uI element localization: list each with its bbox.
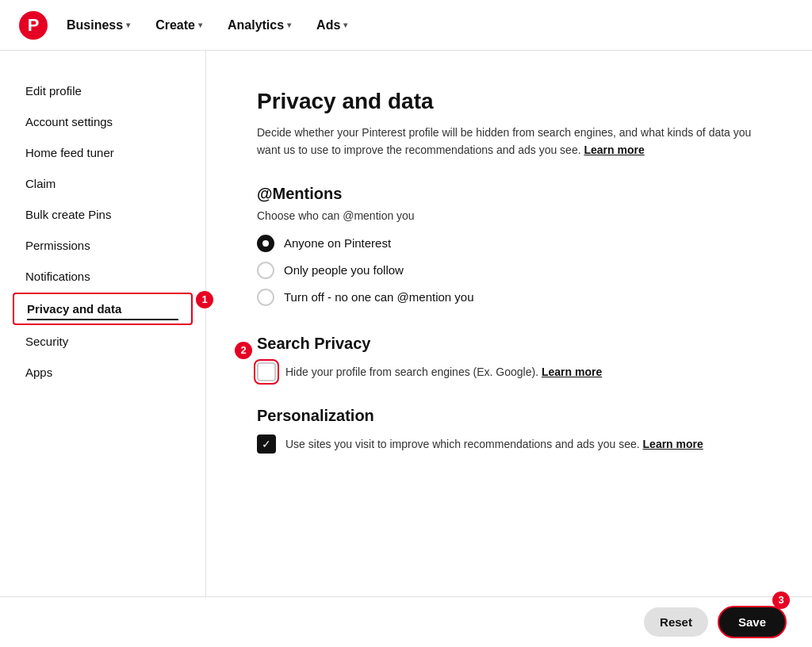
chevron-down-icon: ▾: [343, 21, 347, 29]
radio-label-anyone: Anyone on Pinterest: [284, 236, 391, 250]
navbar: P Business ▾ Create ▾ Analytics ▾ Ads ▾: [0, 0, 812, 51]
sidebar-item-apps[interactable]: Apps: [13, 358, 193, 387]
sidebar-item-home-feed-tuner[interactable]: Home feed tuner: [13, 138, 193, 167]
sidebar-item-permissions[interactable]: Permissions: [13, 231, 193, 260]
radio-only-follow[interactable]: Only people you follow: [257, 262, 761, 279]
annotation-badge-3: 3: [772, 591, 790, 609]
annotation-badge-1: 1: [196, 291, 213, 308]
nav-create[interactable]: Create ▾: [146, 12, 212, 39]
learn-more-link-1[interactable]: Learn more: [584, 144, 644, 156]
radio-anyone[interactable]: Anyone on Pinterest: [257, 235, 761, 252]
sidebar-item-claim[interactable]: Claim: [13, 169, 193, 198]
sidebar-item-edit-profile[interactable]: Edit profile: [13, 76, 193, 105]
radio-label-only-follow: Only people you follow: [284, 263, 404, 277]
radio-circle-turn-off[interactable]: [257, 289, 274, 306]
learn-more-link-search[interactable]: Learn more: [542, 366, 602, 378]
nav-analytics[interactable]: Analytics ▾: [218, 12, 301, 39]
personalization-label: Use sites you visit to improve which rec…: [285, 438, 703, 450]
chevron-down-icon: ▾: [287, 21, 291, 29]
save-button[interactable]: Save: [718, 606, 787, 638]
search-privacy-checkbox-row: 2 Hide your profile from search engines …: [257, 362, 761, 381]
page-layout: Edit profile Account settings Home feed …: [0, 51, 812, 647]
page-title: Privacy and data: [257, 89, 761, 114]
bottom-bar: Reset 3 Save: [0, 596, 812, 647]
pinterest-logo[interactable]: P: [19, 11, 48, 40]
sidebar-item-bulk-create-pins[interactable]: Bulk create Pins: [13, 200, 193, 229]
sidebar-item-notifications[interactable]: Notifications: [13, 262, 193, 291]
mentions-subtitle: Choose who can @mention you: [257, 209, 761, 222]
sidebar: Edit profile Account settings Home feed …: [0, 51, 206, 647]
radio-circle-only-follow[interactable]: [257, 262, 274, 279]
mentions-title: @Mentions: [257, 185, 761, 203]
nav-business[interactable]: Business ▾: [57, 12, 140, 39]
search-privacy-title: Search Privacy: [257, 335, 761, 353]
page-description: Decide whether your Pinterest profile wi…: [257, 124, 761, 159]
search-privacy-checkbox[interactable]: [257, 362, 276, 381]
chevron-down-icon: ▾: [198, 21, 202, 29]
save-annotation-wrapper: 3 Save: [718, 606, 787, 638]
personalization-section: Personalization ✓ Use sites you visit to…: [257, 407, 761, 454]
reset-button[interactable]: Reset: [644, 607, 708, 637]
personalization-checkbox[interactable]: ✓: [257, 435, 276, 454]
sidebar-item-account-settings[interactable]: Account settings: [13, 107, 193, 136]
search-privacy-label: Hide your profile from search engines (E…: [285, 366, 602, 378]
personalization-title: Personalization: [257, 407, 761, 425]
mentions-section: @Mentions Choose who can @mention you An…: [257, 185, 761, 306]
nav-ads[interactable]: Ads ▾: [307, 12, 357, 39]
main-content: Privacy and data Decide whether your Pin…: [206, 51, 812, 647]
search-privacy-section: Search Privacy 2 Hide your profile from …: [257, 335, 761, 381]
personalization-checkbox-row: ✓ Use sites you visit to improve which r…: [257, 435, 761, 454]
radio-circle-anyone[interactable]: [257, 235, 274, 252]
mentions-radio-group: Anyone on Pinterest Only people you foll…: [257, 235, 761, 306]
radio-label-turn-off: Turn off - no one can @mention you: [284, 290, 474, 304]
search-privacy-annotation: 2: [257, 362, 276, 381]
chevron-down-icon: ▾: [126, 21, 130, 29]
sidebar-item-privacy-and-data[interactable]: Privacy and data 1: [13, 293, 193, 325]
radio-turn-off[interactable]: Turn off - no one can @mention you: [257, 289, 761, 306]
annotation-badge-2: 2: [235, 342, 252, 359]
learn-more-link-personalization[interactable]: Learn more: [643, 438, 703, 450]
sidebar-item-security[interactable]: Security: [13, 327, 193, 356]
